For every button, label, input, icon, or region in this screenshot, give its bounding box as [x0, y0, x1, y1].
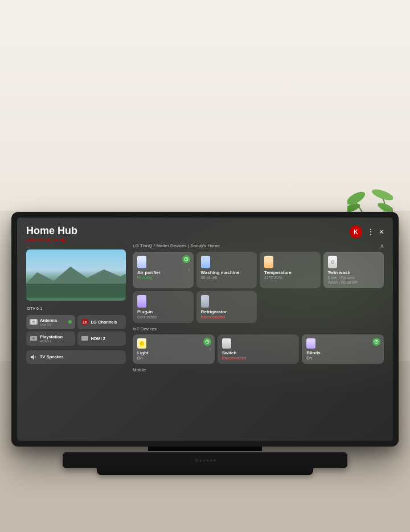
air-purifier-icon — [137, 256, 146, 268]
switch-icon — [222, 338, 231, 349]
source-grid: Antenna Live TV LG — [26, 315, 126, 346]
hub-title: Home Hub — [26, 226, 126, 237]
right-panel: K ⋮ × LG ThinQ / Matter Devices | Sandy'… — [133, 226, 384, 435]
plugin-icon — [137, 295, 146, 308]
thinq-section-header: LG ThinQ / Matter Devices | Sandy's Home… — [133, 243, 384, 249]
source-antenna[interactable]: Antenna Live TV — [26, 315, 75, 329]
plugin-name: Plug-in — [137, 309, 189, 314]
light-icon — [137, 338, 146, 349]
temperature-icon — [264, 256, 273, 268]
iot-section: IoT Devices — [133, 326, 384, 364]
tv-frame: Home Hub powered by ThinQ DTV 6-1 — [11, 212, 399, 447]
user-avatar[interactable]: K — [350, 226, 362, 238]
soundbar-led — [195, 459, 198, 462]
antenna-sub: Live TV — [40, 323, 66, 326]
wall — [0, 0, 410, 211]
blinds-name: Blinds — [306, 350, 379, 355]
active-indicator — [68, 320, 72, 324]
svg-marker-11 — [31, 354, 34, 360]
refrigerator-status: Disconnected — [201, 315, 253, 319]
menu-button[interactable]: ⋮ — [367, 227, 375, 236]
device-card-blinds[interactable]: Blinds On — [302, 334, 384, 364]
home-hub-app: Home Hub powered by ThinQ DTV 6-1 — [17, 218, 393, 441]
speaker-name: TV Speaker — [40, 354, 63, 359]
source-lg-text: LG Channels — [91, 320, 123, 325]
tv-container: Home Hub powered by ThinQ DTV 6-1 — [11, 212, 399, 475]
thinq-section-title: LG ThinQ / Matter Devices | Sandy's Home — [133, 243, 220, 248]
playstation-sub: HDMI 1 — [40, 339, 72, 343]
light-chevron: › — [210, 346, 211, 352]
channel-label: DTV 6-1 — [26, 306, 126, 310]
soundbar-dot-1 — [200, 460, 202, 461]
tv-base — [97, 468, 313, 475]
soundbar-dot-3 — [207, 460, 208, 461]
device-card-air-purifier[interactable]: Air purifier Running › — [133, 252, 194, 288]
device-card-temperature[interactable]: Temperature 22℃ 80% — [260, 252, 321, 288]
left-panel: Home Hub powered by ThinQ DTV 6-1 — [26, 226, 126, 435]
device-card-twin-wash[interactable]: Twin wash Dryer | Paused Wash | 00:38 le… — [323, 252, 384, 288]
thinq-device-grid: Air purifier Running › Washing machine 0… — [133, 252, 384, 323]
washing-icon — [201, 256, 210, 268]
mobile-section-title: Mobile — [133, 367, 146, 373]
tv-speaker-item[interactable]: TV Speaker — [26, 350, 126, 364]
temperature-status: 22℃ 80% — [264, 276, 316, 280]
switch-name: Switch — [222, 350, 295, 355]
twin-wash-name: Twin wash — [328, 270, 380, 275]
mobile-section-header: Mobile — [133, 367, 384, 373]
source-playstation[interactable]: Playstation HDMI 1 — [26, 332, 75, 346]
playstation-name: Playstation — [40, 334, 72, 339]
iot-device-grid: Light On › Switch Disconnected — [133, 334, 384, 364]
tv-preview[interactable] — [26, 249, 126, 301]
mobile-section: Mobile — [133, 367, 384, 373]
twin-wash-icon — [328, 256, 337, 268]
thinq-section: LG ThinQ / Matter Devices | Sandy's Home… — [133, 243, 384, 323]
blinds-icon — [306, 338, 315, 349]
antenna-name: Antenna — [40, 318, 66, 323]
washing-name: Washing machine — [201, 270, 253, 275]
refrigerator-name: Refrigerator — [201, 309, 253, 314]
tv-screen: Home Hub powered by ThinQ DTV 6-1 — [17, 218, 393, 441]
device-card-switch[interactable]: Switch Disconnected — [218, 334, 300, 364]
lg-channels-name: LG Channels — [91, 320, 123, 325]
device-card-plugin[interactable]: Plug-in Connected — [133, 291, 194, 323]
air-purifier-status: Running — [137, 276, 189, 280]
device-card-light[interactable]: Light On › — [133, 334, 215, 364]
playstation-icon — [30, 334, 38, 342]
source-ps-text: Playstation HDMI 1 — [40, 334, 72, 343]
device-card-refrigerator[interactable]: Refrigerator Disconnected — [196, 291, 257, 323]
thinq-chevron[interactable]: ∧ — [380, 243, 384, 249]
svg-point-9 — [32, 337, 35, 339]
device-card-washing[interactable]: Washing machine 00:34 left — [196, 252, 257, 288]
plugin-status: Connected — [137, 315, 189, 319]
temperature-name: Temperature — [264, 270, 316, 275]
lg-channels-icon: LG — [81, 318, 89, 326]
washing-status: 00:34 left — [201, 276, 253, 280]
iot-section-title: IoT Devices — [133, 326, 157, 332]
hub-header: Home Hub powered by ThinQ — [26, 226, 126, 243]
air-purifier-chevron: › — [188, 267, 190, 273]
hub-subtitle: powered by ThinQ — [26, 238, 126, 243]
source-lg-channels[interactable]: LG LG Channels — [77, 315, 126, 329]
svg-point-1 — [371, 188, 393, 202]
svg-text:LG: LG — [83, 321, 87, 324]
tv-stand — [11, 447, 399, 475]
blinds-status: On — [306, 356, 379, 360]
refrigerator-icon — [201, 295, 209, 308]
source-hdmi2[interactable]: HDMI 2 — [77, 332, 126, 346]
source-hdmi2-text: HDMI 2 — [91, 336, 123, 341]
antenna-icon — [30, 319, 38, 325]
iot-section-header: IoT Devices — [133, 326, 384, 332]
tv-neck — [148, 447, 262, 451]
air-purifier-power[interactable] — [182, 255, 190, 263]
powered-by-text: powered by — [26, 238, 51, 243]
soundbar-dot-5 — [214, 460, 215, 461]
soundbar-dot-2 — [203, 460, 205, 461]
soundbar — [63, 452, 347, 468]
thinq-brand: ThinQ — [53, 238, 66, 243]
close-button[interactable]: × — [379, 227, 384, 236]
light-power[interactable] — [203, 338, 211, 346]
blinds-power[interactable] — [372, 338, 380, 346]
speaker-icon — [30, 353, 38, 361]
source-antenna-text: Antenna Live TV — [40, 318, 66, 326]
svg-rect-5 — [32, 321, 35, 323]
